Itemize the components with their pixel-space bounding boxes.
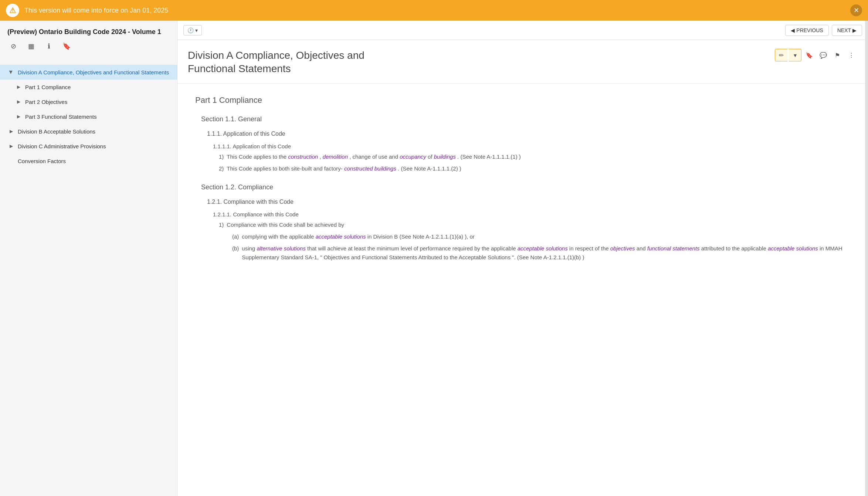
link-buildings[interactable]: buildings xyxy=(434,153,456,160)
nav-item-division-c[interactable]: ▶ Division C Administrative Provisions xyxy=(0,139,177,153)
info-icon[interactable]: ℹ xyxy=(43,40,55,52)
history-icon: 🕐 xyxy=(187,27,194,33)
subitem-label: (b) xyxy=(232,244,239,262)
link-alternative-solutions[interactable]: alternative solutions xyxy=(257,245,306,252)
history-button[interactable]: 🕐 ▾ xyxy=(183,25,202,36)
nav-item-label: Division B Acceptable Solutions xyxy=(18,128,95,135)
arrow-icon: ▶ xyxy=(7,128,15,135)
content-header: Division A Compliance, Objectives and Fu… xyxy=(177,40,868,84)
banner-close-button[interactable]: ✕ xyxy=(850,4,862,16)
arrow-icon: ▶ xyxy=(7,142,15,150)
link-objectives[interactable]: objectives xyxy=(610,245,635,252)
share-action-button[interactable]: ⚑ xyxy=(831,49,844,61)
sidebar: (Preview) Ontario Building Code 2024 - V… xyxy=(0,21,177,496)
link-occupancy[interactable]: occupancy xyxy=(400,153,426,160)
bookmark-action-button[interactable]: 🔖 xyxy=(803,49,816,61)
arrow-icon: ▶ xyxy=(15,83,22,91)
content-area: 🕐 ▾ ◀ PREVIOUS NEXT ▶ Division A Complia… xyxy=(177,21,868,496)
link-acceptable-solutions-b2[interactable]: acceptable solutions xyxy=(768,245,818,252)
header-actions: ✏ ▾ 🔖 💬 ⚑ ⋮ xyxy=(775,49,858,61)
page-title: Division A Compliance, Objectives and Fu… xyxy=(188,49,410,76)
item-number: 2) xyxy=(219,164,224,173)
item-number: 1) xyxy=(219,220,224,229)
prev-arrow-icon: ◀ xyxy=(791,27,795,33)
grid-icon[interactable]: ▦ xyxy=(25,40,37,52)
nav-item-conversion[interactable]: ▶ Conversion Factors xyxy=(0,153,177,168)
top-banner: ⚠ This version will come into force on J… xyxy=(0,0,868,21)
subitem-label: (a) xyxy=(232,232,239,241)
subitem-text: using alternative solutions that will ac… xyxy=(242,244,850,262)
nav-item-label: Part 3 Functional Statements xyxy=(25,114,96,120)
doc-item-1-1-1-1-1: 1) This Code applies to the construction… xyxy=(219,152,850,161)
clause-1-1-1-1-title: 1.1.1.1. Application of this Code xyxy=(213,143,850,149)
history-dropdown-icon: ▾ xyxy=(195,27,198,33)
arrow-icon: ▶ xyxy=(15,98,22,105)
next-arrow-icon: ▶ xyxy=(852,27,857,33)
link-construction[interactable]: construction xyxy=(288,153,318,160)
sidebar-icon-bar: ⊘ ▦ ℹ 🔖 xyxy=(7,40,170,52)
comment-action-button[interactable]: 💬 xyxy=(817,49,830,61)
nav-item-part-1[interactable]: ▶ Part 1 Compliance xyxy=(0,80,177,94)
bookmark-icon[interactable]: 🔖 xyxy=(61,40,72,52)
toolbar-right: ◀ PREVIOUS NEXT ▶ xyxy=(785,25,862,36)
warning-icon: ⚠ xyxy=(6,4,19,17)
previous-button[interactable]: ◀ PREVIOUS xyxy=(785,25,828,36)
arrow-icon: ▶ xyxy=(7,68,15,76)
toolbar-left: 🕐 ▾ xyxy=(183,25,202,36)
nav-item-label: Division C Administrative Provisions xyxy=(18,143,106,149)
link-acceptable-solutions-a[interactable]: acceptable solutions xyxy=(316,233,366,240)
doc-subitem-a: (a) complying with the applicable accept… xyxy=(232,232,850,241)
subsection-1-1-1-title: 1.1.1. Application of this Code xyxy=(207,131,850,137)
banner-text: This version will come into force on Jan… xyxy=(24,7,850,14)
item-text: This Code applies to both site-built and… xyxy=(227,164,461,173)
item-text: This Code applies to the construction , … xyxy=(227,152,521,161)
document-body: Part 1 Compliance Section 1.1. General 1… xyxy=(177,84,868,496)
main-layout: (Preview) Ontario Building Code 2024 - V… xyxy=(0,21,868,496)
nav-item-label: Part 1 Compliance xyxy=(25,84,71,90)
nav-item-division-a[interactable]: ▶ Division A Compliance, Objectives and … xyxy=(0,65,177,80)
subitem-text: complying with the applicable acceptable… xyxy=(242,232,475,241)
doc-item-1-2-1-1-1: 1) Compliance with this Code shall be ac… xyxy=(219,220,850,229)
block-icon[interactable]: ⊘ xyxy=(7,40,19,52)
nav-item-label: Part 2 Objectives xyxy=(25,99,67,105)
sidebar-header: (Preview) Ontario Building Code 2024 - V… xyxy=(0,21,177,62)
more-action-button[interactable]: ⋮ xyxy=(845,49,858,61)
nav-item-label: Conversion Factors xyxy=(18,158,66,164)
doc-item-1-1-1-1-2: 2) This Code applies to both site-built … xyxy=(219,164,850,173)
nav-item-label: Division A Compliance, Objectives and Fu… xyxy=(18,69,169,75)
pencil-button[interactable]: ✏ xyxy=(775,49,787,61)
link-demolition[interactable]: demolition xyxy=(323,153,348,160)
nav-item-part-2[interactable]: ▶ Part 2 Objectives xyxy=(0,94,177,109)
link-acceptable-solutions-b1[interactable]: acceptable solutions xyxy=(518,245,568,252)
next-button[interactable]: NEXT ▶ xyxy=(832,25,862,36)
part-title: Part 1 Compliance xyxy=(195,95,850,105)
doc-subitem-b: (b) using alternative solutions that wil… xyxy=(232,244,850,262)
next-label: NEXT xyxy=(837,27,851,33)
subsection-1-2-1-title: 1.2.1. Compliance with this Code xyxy=(207,199,850,205)
pencil-dropdown-button[interactable]: ▾ xyxy=(789,49,801,61)
nav-tree: ▶ Division A Compliance, Objectives and … xyxy=(0,62,177,171)
link-constructed-buildings[interactable]: constructed buildings xyxy=(344,165,396,172)
nav-item-division-b[interactable]: ▶ Division B Acceptable Solutions xyxy=(0,124,177,139)
content-toolbar: 🕐 ▾ ◀ PREVIOUS NEXT ▶ xyxy=(177,21,868,40)
clause-1-2-1-1-title: 1.2.1.1. Compliance with this Code xyxy=(213,211,850,217)
section-1-1-title: Section 1.1. General xyxy=(201,115,850,123)
link-functional-statements[interactable]: functional statements xyxy=(647,245,700,252)
arrow-icon: ▶ xyxy=(15,113,22,120)
right-edge-bar xyxy=(865,21,868,496)
section-1-2-title: Section 1.2. Compliance xyxy=(201,183,850,191)
nav-item-part-3[interactable]: ▶ Part 3 Functional Statements xyxy=(0,109,177,124)
previous-label: PREVIOUS xyxy=(796,27,823,33)
item-number: 1) xyxy=(219,152,224,161)
sidebar-title: (Preview) Ontario Building Code 2024 - V… xyxy=(7,28,170,36)
item-text: Compliance with this Code shall be achie… xyxy=(227,220,344,229)
